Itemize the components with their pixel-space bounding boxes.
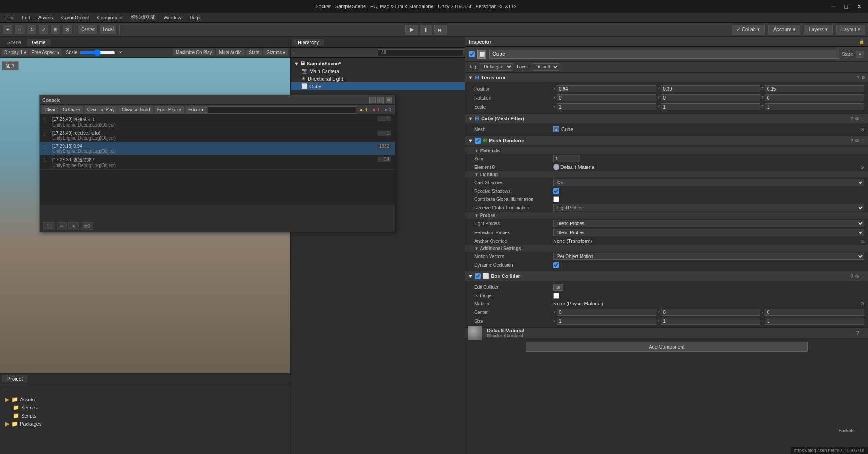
pause-button[interactable]: ⏸ [420, 25, 432, 35]
is-trigger-check[interactable] [553, 293, 559, 299]
hierarchy-search-input[interactable] [378, 49, 463, 56]
rotation-y-input[interactable] [661, 94, 760, 101]
transform-header[interactable]: ▼ ⊞ Transform ? ⚙ [465, 73, 868, 82]
console-clear-play-btn[interactable]: Clear on Play [84, 106, 118, 114]
position-x-input[interactable] [557, 85, 656, 92]
motion-vectors-select[interactable]: Per Object Motion [553, 253, 864, 260]
default-material-header[interactable]: Default-Material Shader Standard ? ⋮ [465, 328, 868, 338]
menu-help[interactable]: Help [186, 14, 203, 21]
mute-audio-btn[interactable]: Mute Audio [216, 49, 245, 56]
console-row-1[interactable]: ! [17:28:49] receive:hello! UnityEngine.… [40, 129, 395, 142]
scale-x-input[interactable] [557, 103, 656, 110]
mesh-renderer-settings-icon[interactable]: ⚙ [855, 138, 859, 143]
folder-packages[interactable]: ▶ 📁 Packages [4, 420, 286, 428]
mesh-pick-icon[interactable]: ⊙ [860, 127, 864, 132]
folder-scripts[interactable]: 📁 Scripts [4, 412, 286, 420]
menu-window[interactable]: Window [160, 14, 185, 21]
menu-component[interactable]: Component [93, 14, 126, 21]
inspector-scroll[interactable]: ⬜ Static ▾ Tag Untagged Layer Default [465, 47, 868, 454]
maximize-button[interactable]: □ [841, 2, 850, 11]
folder-assets[interactable]: ▶ 📁 Assets [4, 395, 286, 404]
account-button[interactable]: Account ▾ [768, 25, 800, 35]
mat-size-input[interactable] [553, 155, 580, 162]
maximize-on-play-btn[interactable]: Maximize On Play [173, 49, 215, 56]
box-collider-help-icon[interactable]: ? [850, 274, 853, 279]
assets-plus[interactable]: + [4, 388, 6, 393]
scale-y-input[interactable] [661, 103, 760, 110]
rotation-x-input[interactable] [557, 94, 656, 101]
transform-help-icon[interactable]: ? [857, 75, 859, 80]
mesh-renderer-toggle[interactable] [475, 138, 481, 144]
console-minimize-btn[interactable]: ─ [369, 97, 376, 103]
receive-shadows-check[interactable] [553, 188, 559, 194]
minimize-button[interactable]: ─ [828, 2, 838, 11]
center-z-input[interactable] [765, 309, 864, 316]
close-button[interactable]: ✕ [854, 2, 864, 11]
inspector-lock-icon[interactable]: 🔒 [859, 39, 864, 44]
edit-collider-button[interactable]: ⊞ [553, 284, 563, 291]
aspect-dropdown[interactable]: Free Aspect ▾ [29, 49, 61, 56]
tab-hierarchy[interactable]: Hierarchy [292, 39, 324, 46]
scale-z-input[interactable] [765, 103, 864, 110]
rotation-z-input[interactable] [765, 94, 864, 101]
box-collider-toggle[interactable] [475, 273, 481, 279]
menu-assets[interactable]: Assets [35, 14, 57, 21]
mat-pick-icon[interactable]: ⊙ [860, 164, 864, 170]
layout-button[interactable]: Layout ▾ [836, 25, 865, 35]
tool-rect[interactable]: ⊞ [50, 25, 60, 35]
collider-mat-pick-icon[interactable]: ⊙ [860, 301, 864, 307]
mesh-filter-help-icon[interactable]: ? [850, 116, 853, 121]
menu-enhanced[interactable]: 增强版功能 [127, 13, 159, 22]
scale-slider[interactable] [79, 49, 115, 56]
console-clear-build-btn[interactable]: Clear on Build [118, 106, 153, 114]
object-name-input[interactable] [489, 50, 839, 59]
menu-gameobject[interactable]: GameObject [58, 14, 93, 21]
tab-console2[interactable] [28, 378, 39, 380]
hier-cube[interactable]: ⬜ Cube [291, 82, 465, 90]
sockets-item[interactable]: Sockets [838, 428, 854, 433]
tag-select[interactable]: Untagged [480, 63, 513, 71]
console-error-pause-btn[interactable]: Error Pause [154, 106, 184, 114]
gizmos-btn[interactable]: Gizmos ▾ [263, 49, 288, 56]
center-x-input[interactable] [557, 309, 656, 316]
static-dropdown-btn[interactable]: ▾ [856, 51, 864, 58]
tool-rotate[interactable]: ↻ [27, 25, 37, 35]
stats-btn[interactable]: Stats [246, 49, 263, 56]
hier-main-camera[interactable]: 📷 Main Camera [291, 67, 465, 75]
hier-directional-light[interactable]: ☀ Directional Light [291, 75, 465, 82]
mesh-renderer-header[interactable]: ▼ ⊞ Mesh Renderer ? ⚙ ⋮ [465, 136, 868, 145]
return-button[interactable]: 返回 [2, 61, 19, 70]
console-action-db-btn[interactable]: ⛃8 [81, 222, 93, 230]
dynamic-occlusion-check[interactable] [553, 262, 559, 268]
console-row-2[interactable]: ! [17:29:13] 0.94 UnityEngine.Debug:Log(… [40, 142, 395, 155]
transform-settings-icon[interactable]: ⚙ [861, 75, 865, 80]
mesh-renderer-overflow-icon[interactable]: ⋮ [861, 138, 865, 143]
mesh-filter-header[interactable]: ▼ ⊞ Cube (Mesh Filter) ? ⚙ ⋮ [465, 114, 868, 123]
add-component-button[interactable]: Add Component [526, 342, 808, 352]
position-y-input[interactable] [661, 85, 760, 92]
tab-scene[interactable]: Scene [2, 39, 27, 46]
size-z-input[interactable] [765, 318, 864, 325]
console-action-view-btn[interactable]: ⬛ [43, 222, 55, 230]
tool-move[interactable]: ✦ [3, 25, 13, 35]
pivot-local-btn[interactable]: Local [100, 25, 117, 35]
console-content[interactable]: ! [17:28:49] 连接成功！ UnityEngine.Debug:Log… [40, 115, 395, 205]
collab-button[interactable]: ✓ Collab ▾ [732, 25, 765, 35]
mat-help-icon[interactable]: ? [856, 331, 859, 336]
reflection-probes-select[interactable]: Blend Probes [553, 229, 864, 236]
receive-gi-select[interactable]: Light Probes [553, 204, 864, 211]
hierarchy-plus[interactable]: + [292, 50, 295, 55]
layers-button[interactable]: Layers ▾ [804, 25, 833, 35]
console-collapse-btn[interactable]: Collapse [59, 106, 83, 114]
step-button[interactable]: ⏭ [434, 25, 447, 35]
mesh-filter-overflow-icon[interactable]: ⋮ [861, 116, 865, 121]
menu-edit[interactable]: Edit [18, 14, 34, 21]
box-collider-header[interactable]: ▼ ⬜ Box Collider ? ⚙ ⋮ [465, 271, 868, 281]
hier-scene-root[interactable]: ▼ ⊞ SampleScene* [291, 59, 465, 67]
menu-file[interactable]: File [2, 14, 17, 21]
console-search-input[interactable] [208, 106, 356, 114]
console-action-edit-btn[interactable]: ✏ [57, 222, 67, 230]
light-probes-select[interactable]: Blend Probes [553, 220, 864, 227]
contribute-gi-check[interactable] [553, 196, 559, 202]
layer-select[interactable]: Default [532, 63, 559, 71]
